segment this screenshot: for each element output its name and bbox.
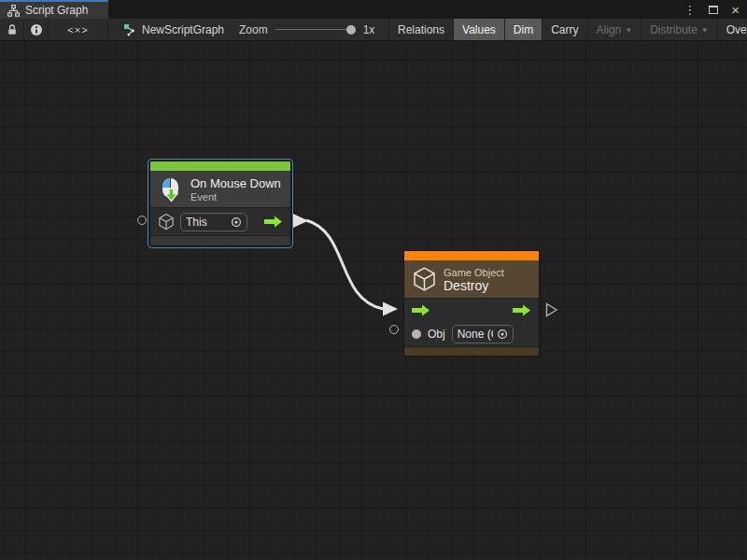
event-node-footer [150, 235, 290, 245]
destroy-node-footer [404, 346, 539, 356]
game-object-cube-icon [158, 213, 175, 231]
destroy-obj-input-port[interactable] [389, 325, 399, 334]
destroy-node-title: Destroy [444, 278, 504, 293]
destroy-node-accent [404, 251, 539, 260]
relations-button[interactable]: Relations [388, 19, 453, 40]
event-target-row: This [150, 208, 290, 235]
flow-output-port[interactable] [513, 304, 531, 316]
wire-start-arrow-icon [293, 214, 308, 228]
graph-name-label: NewScriptGraph [142, 23, 224, 36]
align-dropdown[interactable]: Align ▼ [587, 19, 641, 40]
wire-end-arrow-icon [383, 302, 398, 316]
zoom-label: Zoom [239, 23, 268, 36]
relations-label: Relations [398, 23, 444, 36]
tab-title: Script Graph [25, 4, 88, 17]
maximize-icon[interactable] [709, 6, 718, 14]
zoom-control: Zoom 1x [228, 19, 388, 40]
zoom-value: 1x [363, 23, 375, 36]
values-button[interactable]: Values [453, 19, 504, 40]
obj-label: Obj [428, 328, 445, 341]
target-value-field[interactable]: This [180, 213, 247, 231]
close-icon[interactable]: × [731, 3, 740, 17]
script-graph-tab-icon [7, 5, 20, 17]
event-node-accent [150, 161, 290, 171]
graph-toolbar: <×> NewScriptGraph Zoom 1x Relations Val… [0, 19, 747, 41]
game-object-cube-icon [412, 266, 437, 292]
dim-button[interactable]: Dim [504, 19, 542, 40]
graph-asset[interactable]: NewScriptGraph [108, 19, 228, 40]
destroy-node-titles: Game Object Destroy [444, 266, 504, 293]
code-view-button[interactable]: <×> [49, 19, 108, 40]
event-node-titles: On Mouse Down Event [190, 176, 281, 203]
event-node-title: On Mouse Down [190, 176, 281, 190]
overview-button[interactable]: Overview [717, 19, 747, 40]
flow-wire[interactable] [306, 220, 383, 309]
obj-value-field[interactable]: None (O [452, 325, 514, 343]
menu-dots-icon[interactable]: ⋮ [684, 4, 696, 16]
flow-output-port[interactable] [264, 216, 283, 228]
lock-icon [6, 23, 19, 36]
wire-layer [0, 41, 747, 560]
zoom-slider[interactable] [275, 23, 356, 36]
flow-input-port[interactable] [412, 304, 430, 316]
obj-value-dot-icon [412, 329, 421, 339]
values-label: Values [462, 23, 496, 36]
window-controls: ⋮ × [684, 0, 747, 19]
overview-label: Overview [726, 23, 747, 36]
zoom-slider-handle[interactable] [346, 25, 356, 35]
carry-button[interactable]: Carry [542, 19, 586, 40]
event-target-input-port[interactable] [137, 216, 147, 225]
tab-bar: Script Graph ⋮ × [0, 0, 747, 19]
align-label: Align [597, 23, 622, 36]
destroy-node-body: Obj None (O [404, 298, 539, 346]
destroy-node-category: Game Object [444, 267, 504, 278]
event-node-body: This [150, 207, 290, 235]
mouse-down-event-icon [158, 176, 184, 203]
node-on-mouse-down[interactable]: On Mouse Down Event This [149, 161, 291, 246]
object-picker-icon[interactable] [497, 329, 508, 340]
graph-canvas[interactable]: On Mouse Down Event This [0, 41, 747, 560]
zoom-slider-track [275, 29, 356, 30]
chevron-down-icon: ▼ [625, 26, 632, 35]
unity-script-graph-window: Script Graph ⋮ × <×> [0, 0, 747, 560]
destroy-obj-row: Obj None (O [404, 322, 539, 346]
lock-button[interactable] [0, 19, 24, 40]
obj-value: None (O [458, 328, 493, 341]
object-picker-icon[interactable] [231, 217, 242, 228]
destroy-node-header: Game Object Destroy [404, 260, 539, 298]
info-icon [30, 23, 43, 36]
distribute-label: Distribute [650, 23, 698, 36]
distribute-dropdown[interactable]: Distribute ▼ [641, 19, 717, 40]
chevron-down-icon: ▼ [701, 26, 709, 35]
destroy-flow-output-outer-port[interactable] [545, 302, 558, 317]
graph-asset-icon [123, 23, 136, 36]
target-value: This [186, 216, 207, 229]
carry-label: Carry [551, 23, 578, 36]
destroy-flow-row [404, 299, 539, 322]
event-node-header: On Mouse Down Event [150, 171, 290, 207]
event-node-subtitle: Event [190, 191, 281, 203]
info-button[interactable] [24, 19, 49, 40]
node-destroy[interactable]: Game Object Destroy Obj No [403, 250, 540, 357]
tab-script-graph[interactable]: Script Graph [0, 0, 108, 19]
dim-label: Dim [514, 23, 533, 36]
